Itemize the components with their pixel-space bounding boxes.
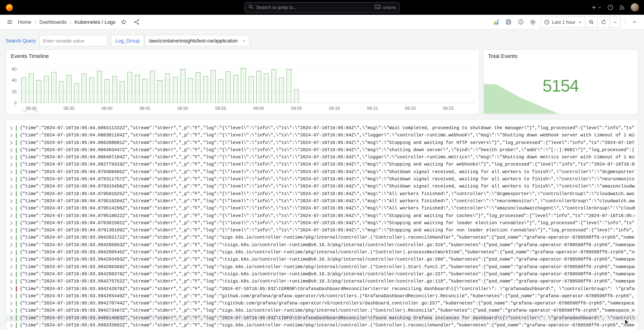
log-text: {"time":"2024-07-16T16:05:04.086398801Z"…	[20, 139, 635, 146]
add-new-button[interactable]	[591, 5, 602, 10]
x-tick-label: 09:15	[367, 106, 378, 111]
drag-handle[interactable]	[22, 110, 28, 113]
top-bar: Search or jump to... cmd+k ?	[0, 0, 644, 15]
log-level-bar	[16, 147, 17, 153]
log-row[interactable]: {"time":"2024-07-16T16:05:04.079311757Z"…	[6, 176, 638, 183]
log-row[interactable]: {"time":"2024-07-16T16:05:03.994285053Z"…	[6, 241, 638, 249]
zoom-out-time-button[interactable]	[585, 17, 597, 27]
log-row[interactable]: {"time":"2024-07-16T16:05:04.079130109Z"…	[6, 227, 638, 234]
timeline-chart-plot-area[interactable]: 020406008:3008:3508:4008:4508:5008:5509:…	[20, 66, 475, 103]
log-text: {"time":"2024-07-16T16:05:04.079501025Z"…	[20, 190, 635, 198]
timeline-bar	[59, 82, 64, 103]
x-tick-label: 08:45	[140, 106, 150, 111]
breadcrumb-current: Kubernetes / Logs	[74, 19, 115, 25]
drag-handle[interactable]	[34, 110, 39, 113]
timeline-bar	[234, 75, 238, 103]
refresh-interval-dropdown[interactable]	[610, 17, 620, 27]
log-text: {"time":"2024-07-16T16:05:03.994293493Z"…	[20, 256, 635, 263]
collapse-toolbar-button[interactable]	[630, 17, 639, 27]
log-row[interactable]: {"time":"2024-07-16T16:05:03.994265449Z"…	[6, 293, 638, 300]
log-level-bar	[16, 308, 17, 313]
user-avatar[interactable]	[631, 3, 639, 12]
mouse-cursor	[624, 319, 630, 327]
log-row[interactable]: {"time":"2024-07-16T16:05:03.994293493Z"…	[6, 256, 638, 263]
search-input[interactable]: Search or jump to... cmd+k	[244, 2, 400, 13]
timeline-bar	[52, 72, 56, 103]
breadcrumb-separator: ›	[35, 19, 36, 25]
grafana-logo[interactable]	[5, 3, 14, 12]
log-row[interactable]: {"time":"2024-07-16T16:05:03.994273467Z"…	[6, 307, 638, 314]
log-row[interactable]: {"time":"2024-07-16T16:05:03.994242876Z"…	[6, 285, 638, 293]
x-tick-label: 09:05	[291, 106, 302, 111]
timeline-bar	[264, 74, 269, 103]
log-level-bar	[16, 286, 17, 291]
log-row[interactable]: {"time":"2024-07-16T16:05:04.079315456Z"…	[6, 183, 638, 190]
news-rss-button[interactable]	[619, 5, 625, 10]
breadcrumb-home[interactable]: Home	[18, 19, 32, 25]
log-text: {"time":"2024-07-16T16:05:03.994296369Z"…	[20, 263, 635, 271]
panel-insights-button[interactable]	[516, 17, 526, 27]
time-range-picker[interactable]: Last 1 hour	[541, 17, 585, 27]
log-level-bar	[16, 169, 17, 175]
help-button[interactable]: ?	[607, 4, 614, 11]
log-row[interactable]: {"time":"2024-07-16T16:05:03.994296369Z"…	[6, 263, 638, 271]
log-row[interactable]: {"time":"2024-07-16T16:05:04.082779319Z"…	[6, 161, 638, 169]
log-level-bar	[16, 206, 17, 211]
log-text: {"time":"2024-07-16T16:05:03.994270744Z"…	[20, 300, 635, 307]
y-tick-label: 40	[12, 78, 16, 82]
log-level-bar	[16, 271, 17, 277]
log-text: {"time":"2024-07-16T16:05:03.994299378Z"…	[20, 271, 635, 278]
log-row[interactable]: {"time":"2024-07-16T16:05:04.079510204Z"…	[6, 198, 638, 205]
gridline	[20, 103, 475, 103]
log-text: {"time":"2024-07-16T16:05:03.898333992Z"…	[20, 322, 635, 329]
expand-caret-icon	[10, 170, 14, 174]
expand-caret-icon	[10, 287, 14, 291]
expand-caret-icon	[10, 294, 14, 298]
log-row[interactable]: {"time":"2024-07-16T16:05:03.898333992Z"…	[6, 322, 638, 329]
log-row[interactable]: {"time":"2024-07-16T16:05:04.086403447Z"…	[6, 146, 638, 154]
x-tick-label: 08:55	[215, 106, 226, 111]
log-group-select[interactable]: /aws/containerinsights/test-cw/applicati…	[145, 35, 250, 46]
log-text: {"time":"2024-07-16T16:05:03.994273467Z"…	[20, 307, 635, 314]
log-row[interactable]: {"time":"2024-07-16T16:05:04.086381184Z"…	[6, 132, 638, 139]
log-row[interactable]: {"time":"2024-07-16T16:05:04.079518022Z"…	[6, 212, 638, 220]
menu-toggle-button[interactable]	[5, 17, 14, 27]
log-row[interactable]: {"time":"2024-07-16T16:05:03.994275752Z"…	[6, 278, 638, 285]
x-tick-label: 08:40	[102, 106, 112, 111]
breadcrumb-dashboards[interactable]: Dashboards	[39, 19, 66, 25]
log-row[interactable]: {"time":"2024-07-16T16:05:04.079501025Z"…	[6, 190, 638, 198]
log-level-bar	[16, 323, 17, 328]
log-row[interactable]: {"time":"2024-07-16T16:05:04.079308405Z"…	[6, 169, 638, 176]
log-text: {"time":"2024-07-16T16:05:03.948814083Z"…	[20, 314, 635, 322]
timeline-bar	[279, 78, 284, 103]
log-level-bar	[16, 155, 17, 160]
timeline-bar	[28, 74, 34, 103]
save-dashboard-button[interactable]	[504, 17, 513, 27]
timeline-bar	[74, 83, 79, 103]
log-group-value: /aws/containerinsights/test-cw/applicati…	[149, 38, 238, 43]
search-query-input[interactable]	[39, 35, 108, 46]
log-row[interactable]: {"time":"2024-07-16T16:05:03.994270744Z"…	[6, 300, 638, 307]
y-tick-label: 0	[14, 101, 16, 105]
timeline-bar	[135, 75, 140, 103]
favorite-star-button[interactable]	[119, 17, 128, 27]
log-row[interactable]: {"time":"2024-07-16T16:05:04.086398801Z"…	[6, 139, 638, 146]
log-text: {"time":"2024-07-16T16:05:03.994285053Z"…	[20, 241, 635, 249]
share-button[interactable]	[132, 17, 141, 27]
add-visualization-button[interactable]	[492, 17, 501, 27]
log-row[interactable]: {"time":"2024-07-16T16:05:03.948814083Z"…	[6, 314, 638, 322]
log-rows-list: {"time":"2024-07-16T16:05:04.086411332Z"…	[6, 124, 638, 329]
log-row[interactable]: {"time":"2024-07-16T16:05:04.079514296Z"…	[6, 205, 638, 212]
timeline-bar	[112, 76, 117, 103]
log-row[interactable]: {"time":"2024-07-16T16:05:03.994282172Z"…	[6, 234, 638, 241]
log-row[interactable]: {"time":"2024-07-16T16:05:03.994290545Z"…	[6, 249, 638, 256]
refresh-button[interactable]	[597, 17, 610, 27]
log-text: {"time":"2024-07-16T16:05:04.086407104Z"…	[20, 154, 635, 161]
log-row[interactable]: {"time":"2024-07-16T16:05:04.086407104Z"…	[6, 154, 638, 161]
clock-icon	[544, 19, 550, 25]
log-row[interactable]: {"time":"2024-07-16T16:05:04.086411332Z"…	[6, 124, 638, 132]
log-row[interactable]: {"time":"2024-07-16T16:05:04.079301582Z"…	[6, 220, 638, 227]
log-row[interactable]: {"time":"2024-07-16T16:05:03.994299378Z"…	[6, 271, 638, 278]
expand-caret-icon	[10, 258, 14, 262]
dashboard-settings-button[interactable]	[528, 17, 538, 27]
